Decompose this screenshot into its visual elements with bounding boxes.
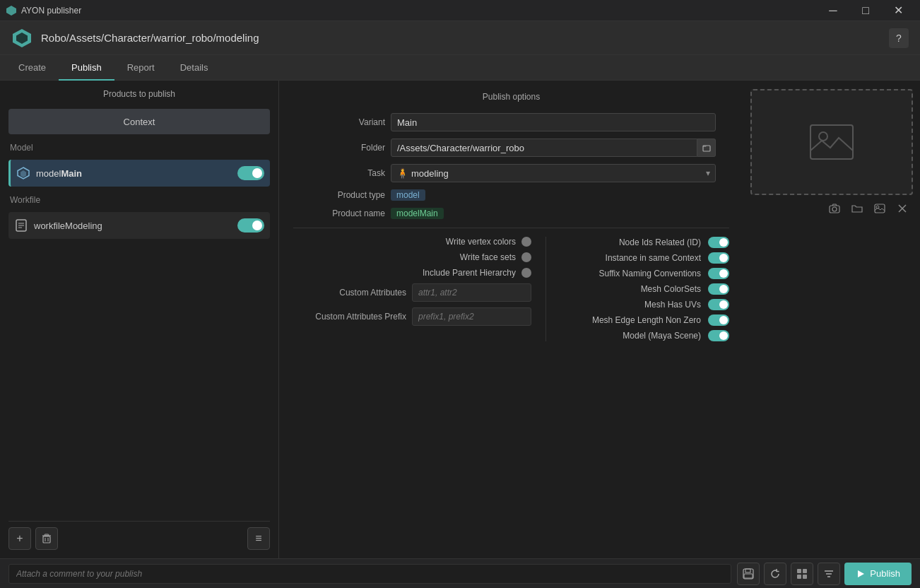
custom-attributes-label: Custom Attributes bbox=[293, 288, 406, 298]
model-maya-scene-toggle[interactable] bbox=[708, 330, 729, 341]
instance-same-context-label: Instance in same Context bbox=[606, 253, 701, 263]
write-vertex-colors-toggle[interactable] bbox=[521, 237, 531, 247]
thumbnail-image-button[interactable] bbox=[871, 199, 889, 218]
help-button[interactable]: ? bbox=[889, 28, 909, 48]
mesh-colorsets-toggle[interactable] bbox=[708, 283, 729, 295]
left-panel: Products to publish Context Model modelM… bbox=[0, 81, 279, 558]
tab-create[interactable]: Create bbox=[6, 55, 59, 81]
minimize-button[interactable]: ─ bbox=[817, 0, 849, 21]
comment-input[interactable] bbox=[8, 564, 731, 584]
filter-button[interactable] bbox=[818, 563, 840, 585]
tab-publish[interactable]: Publish bbox=[59, 55, 114, 81]
task-person-icon: 🧍 bbox=[396, 167, 408, 179]
layout-icon bbox=[796, 568, 808, 580]
svg-rect-28 bbox=[797, 575, 801, 579]
svg-rect-29 bbox=[803, 575, 807, 579]
refresh-button[interactable] bbox=[764, 563, 786, 585]
options-form: Publish options Variant Folder bbox=[279, 81, 743, 558]
task-select-wrap: 🧍 modeling ▾ bbox=[391, 164, 716, 182]
main-content: Products to publish Context Model modelM… bbox=[0, 81, 920, 558]
mesh-has-uvs-label: Mesh Has UVs bbox=[644, 300, 701, 310]
instance-same-context-toggle[interactable] bbox=[708, 252, 729, 264]
mesh-edge-length-toggle[interactable] bbox=[708, 314, 729, 326]
custom-attributes-row: Custom Attributes bbox=[293, 283, 531, 302]
titlebar: AYON publisher ─ □ ✕ bbox=[0, 0, 920, 21]
maximize-button[interactable]: □ bbox=[849, 0, 882, 21]
thumbnail-placeholder-icon bbox=[809, 124, 854, 160]
publish-options-area: Publish options Variant Folder bbox=[279, 81, 920, 558]
write-face-sets-toggle[interactable] bbox=[521, 252, 531, 262]
header: Robo/Assets/Character/warrior_robo/model… bbox=[0, 21, 920, 55]
variant-input[interactable] bbox=[391, 113, 716, 131]
svg-marker-4 bbox=[20, 170, 26, 177]
svg-rect-24 bbox=[745, 569, 750, 572]
folder-browse-button[interactable] bbox=[697, 139, 716, 157]
workfile-item[interactable]: workfileModeling bbox=[8, 212, 270, 239]
folder-open-icon bbox=[851, 204, 863, 213]
task-select[interactable]: modeling bbox=[391, 164, 716, 182]
tab-report[interactable]: Report bbox=[114, 55, 167, 81]
thumbnail-camera-button[interactable] bbox=[825, 199, 844, 218]
folder-row: Folder bbox=[293, 139, 729, 157]
filter-icon bbox=[823, 568, 835, 580]
thumbnail-controls bbox=[825, 199, 912, 218]
workfile-section-label: Workfile bbox=[8, 192, 270, 206]
titlebar-left: AYON publisher bbox=[6, 5, 81, 16]
titlebar-controls: ─ □ ✕ bbox=[817, 0, 914, 21]
publish-button[interactable]: Publish bbox=[844, 563, 912, 585]
variant-row: Variant bbox=[293, 113, 729, 131]
mesh-edge-length-label: Mesh Edge Length Non Zero bbox=[592, 315, 701, 325]
mesh-has-uvs-toggle[interactable] bbox=[708, 299, 729, 310]
left-panel-bottom: + ≡ bbox=[8, 521, 270, 550]
model-maya-scene-label: Model (Maya Scene) bbox=[623, 331, 701, 341]
model-main-toggle[interactable] bbox=[237, 166, 264, 180]
workfile-name: workfileModeling bbox=[34, 220, 232, 231]
model-icon bbox=[16, 166, 30, 180]
close-button[interactable]: ✕ bbox=[882, 0, 914, 21]
suffix-naming-row: Suffix Naming Conventions bbox=[560, 268, 729, 279]
folder-input[interactable] bbox=[391, 139, 697, 157]
write-face-sets-label: Write face sets bbox=[293, 252, 516, 262]
svg-rect-27 bbox=[803, 569, 807, 573]
mesh-has-uvs-row: Mesh Has UVs bbox=[560, 299, 729, 310]
custom-attributes-input[interactable] bbox=[412, 283, 531, 302]
refresh-icon bbox=[769, 568, 781, 580]
variant-label: Variant bbox=[293, 117, 385, 127]
product-name-label: Product name bbox=[293, 208, 385, 218]
mesh-colorsets-label: Mesh ColorSets bbox=[641, 284, 701, 294]
svg-rect-26 bbox=[797, 569, 801, 573]
write-vertex-colors-row: Write vertex colors bbox=[293, 237, 531, 247]
folder-label: Folder bbox=[293, 143, 385, 153]
delete-button[interactable] bbox=[35, 527, 58, 550]
custom-attributes-prefix-input[interactable] bbox=[412, 307, 531, 326]
add-button[interactable]: + bbox=[8, 527, 31, 550]
layout-button[interactable] bbox=[791, 563, 813, 585]
thumbnail-panel bbox=[743, 81, 920, 558]
include-parent-hierarchy-row: Include Parent Hierarchy bbox=[293, 268, 531, 278]
product-name-tag: modelMain bbox=[391, 208, 444, 219]
include-parent-hierarchy-toggle[interactable] bbox=[521, 268, 531, 278]
publish-play-icon bbox=[856, 569, 866, 579]
svg-rect-19 bbox=[875, 204, 885, 213]
workfile-toggle[interactable] bbox=[237, 218, 264, 233]
task-label: Task bbox=[293, 168, 385, 178]
left-checks: Write vertex colors Write face sets Incl… bbox=[293, 237, 545, 341]
clear-icon bbox=[897, 204, 907, 213]
save-button[interactable] bbox=[737, 563, 760, 585]
checks-section: Write vertex colors Write face sets Incl… bbox=[293, 237, 729, 341]
suffix-naming-toggle[interactable] bbox=[708, 268, 729, 279]
tabs: Create Publish Report Details bbox=[0, 55, 920, 81]
thumbnail-folder-button[interactable] bbox=[848, 199, 866, 218]
node-ids-toggle[interactable] bbox=[708, 237, 729, 248]
node-ids-row: Node Ids Related (ID) bbox=[560, 237, 729, 248]
model-main-item[interactable]: modelMain bbox=[8, 160, 270, 187]
tab-details[interactable]: Details bbox=[167, 55, 221, 81]
save-icon bbox=[743, 568, 754, 580]
write-vertex-colors-label: Write vertex colors bbox=[293, 237, 516, 247]
product-type-label: Product type bbox=[293, 190, 385, 200]
context-button[interactable]: Context bbox=[8, 109, 270, 134]
menu-button[interactable]: ≡ bbox=[247, 527, 270, 550]
header-logo bbox=[11, 28, 33, 49]
right-checks: Node Ids Related (ID) Instance in same C… bbox=[545, 237, 729, 341]
thumbnail-clear-button[interactable] bbox=[893, 199, 912, 218]
